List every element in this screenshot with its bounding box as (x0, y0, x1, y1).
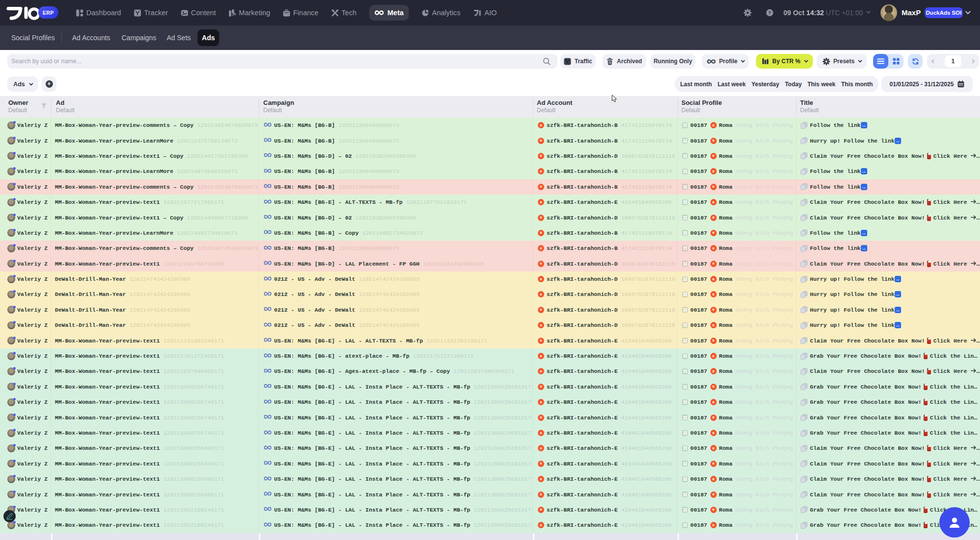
svg-text:?: ? (768, 10, 771, 15)
